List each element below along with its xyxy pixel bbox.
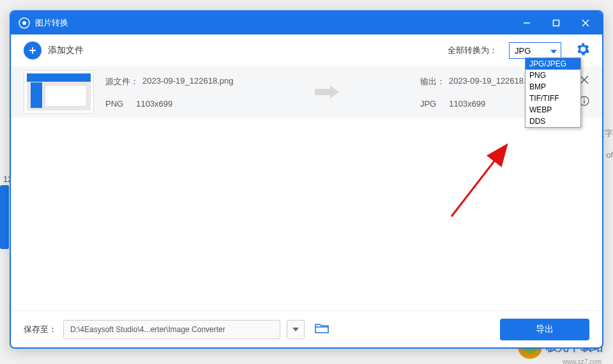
arrow-right-icon — [314, 85, 340, 99]
dropdown-option-tif[interactable]: TIF/TIFF — [526, 93, 580, 104]
format-select-value: JPG — [515, 46, 531, 56]
save-path-input[interactable]: D:\4Easysoft Studio\4...erter\Image Conv… — [63, 320, 280, 339]
svg-marker-8 — [550, 50, 557, 54]
svg-rect-3 — [554, 20, 559, 26]
source-format: PNG — [105, 99, 123, 109]
add-file-label: 添加文件 — [48, 45, 84, 56]
maximize-button[interactable] — [547, 14, 565, 32]
export-label: 导出 — [536, 324, 554, 335]
minimize-button[interactable] — [518, 14, 536, 32]
annotation-arrow-icon — [330, 143, 509, 220]
dropdown-option-dds[interactable]: DDS — [526, 116, 580, 127]
export-button[interactable]: 导出 — [500, 319, 589, 340]
toolbar: 添加文件 全部转换为： JPG — [11, 34, 602, 66]
add-file-button[interactable]: 添加文件 — [24, 42, 84, 59]
dropdown-option-jpg[interactable]: JPG/JPEG — [526, 58, 580, 70]
window-title: 图片转换 — [35, 17, 518, 29]
output-dimensions: 1103x699 — [449, 99, 485, 109]
plus-icon — [24, 42, 42, 59]
dropdown-option-bmp[interactable]: BMP — [526, 81, 580, 93]
path-dropdown-button[interactable] — [287, 320, 305, 339]
save-path-value: D:\4Easysoft Studio\4...erter\Image Conv… — [70, 325, 225, 334]
source-label: 源文件： — [105, 76, 139, 87]
file-row: 源文件： 2023-09-19_122618.png PNG 1103x699 … — [11, 66, 602, 118]
source-filename: 2023-09-19_122618.png — [142, 76, 233, 87]
svg-point-13 — [584, 98, 585, 100]
file-thumbnail — [24, 70, 94, 114]
caret-down-icon — [550, 46, 557, 56]
format-select[interactable]: JPG — [509, 42, 561, 59]
watermark-url: www.xz7.com — [563, 358, 602, 364]
close-button[interactable] — [577, 14, 594, 32]
output-label: 输出： — [420, 76, 445, 87]
output-format: JPG — [420, 99, 436, 109]
open-folder-button[interactable] — [315, 322, 329, 337]
svg-line-16 — [451, 146, 506, 216]
save-to-label: 保存至： — [24, 324, 57, 335]
main-window: 图片转换 添加文件 全部转换为： JPG — [10, 10, 603, 349]
remove-row-button[interactable] — [580, 75, 589, 87]
svg-point-1 — [22, 21, 26, 25]
dropdown-option-png[interactable]: PNG — [526, 70, 580, 81]
convert-all-label: 全部转换为： — [448, 45, 497, 56]
background-decoration — [0, 185, 9, 249]
background-text: of — [606, 150, 613, 160]
bottombar: 保存至： D:\4Easysoft Studio\4...erter\Image… — [11, 310, 602, 347]
settings-button[interactable] — [577, 43, 589, 58]
app-icon — [19, 17, 30, 29]
output-filename: 2023-09-19_122618.jpg — [449, 76, 537, 87]
svg-marker-9 — [315, 86, 339, 98]
svg-marker-17 — [292, 328, 299, 331]
content-area — [11, 118, 602, 310]
dropdown-option-webp[interactable]: WEBP — [526, 104, 580, 116]
titlebar: 图片转换 — [11, 11, 602, 34]
source-dimensions: 1103x699 — [136, 99, 172, 109]
format-dropdown: JPG/JPEG PNG BMP TIF/TIFF WEBP DDS — [525, 57, 581, 128]
